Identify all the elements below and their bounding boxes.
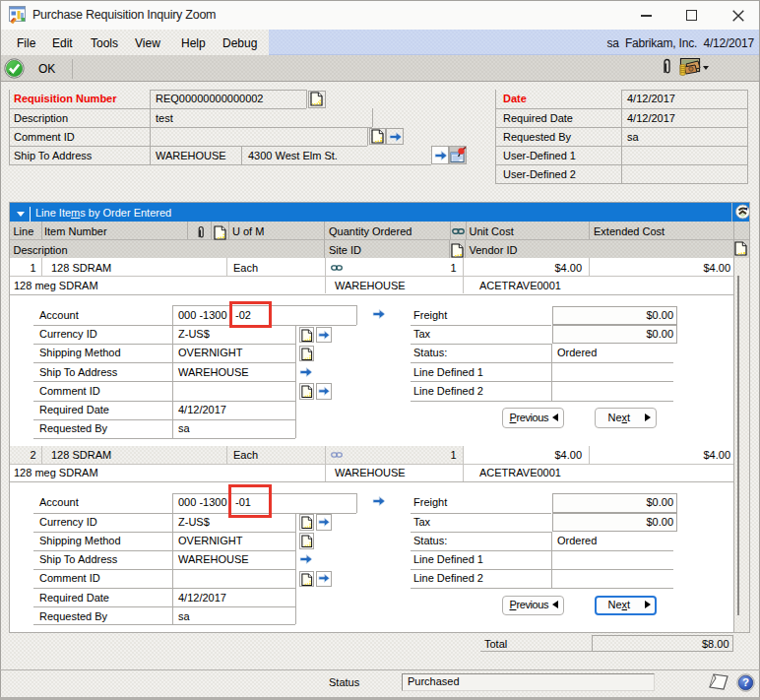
svg-text:?: ? — [741, 676, 748, 688]
